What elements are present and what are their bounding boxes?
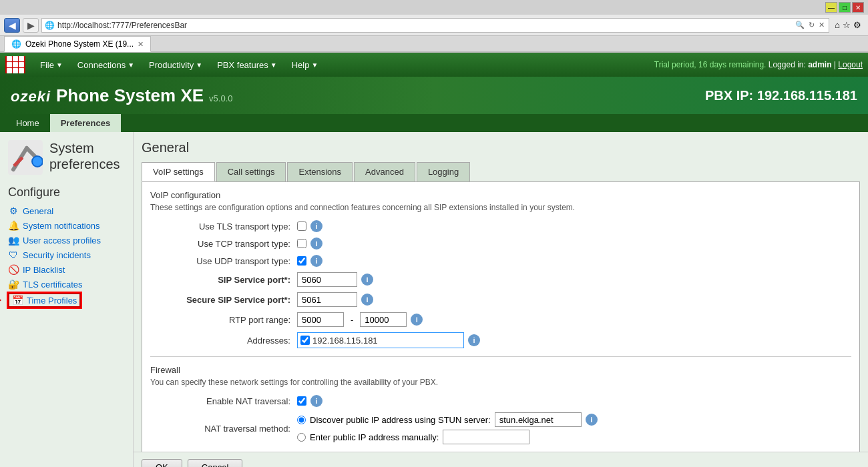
logged-in-user: admin [808,60,831,69]
secure-sip-label: Secure SIP Service port*: [150,295,297,305]
address-close-x[interactable]: ✕ [817,21,826,29]
trial-text: Trial period, 16 days remaining. [654,60,767,69]
address-bar[interactable]: 🌐 http://localhost:7777/PreferencesBar 🔍… [41,18,829,33]
udp-info-icon[interactable]: i [310,255,322,267]
tab-voip-settings[interactable]: VoIP settings [142,162,215,181]
brand-ozeki: ozeki [11,88,51,105]
blacklist-icon: 🚫 [8,264,19,275]
rtp-info-icon[interactable]: i [411,314,423,326]
manual-ip-input[interactable] [443,430,529,444]
time-profiles-icon: 📅 [12,295,23,306]
tab-extensions[interactable]: Extensions [287,162,353,181]
ok-button[interactable]: OK [142,459,182,467]
menu-bar: File ▼ Connections ▼ Productivity ▼ PBX … [0,53,868,77]
stun-server-input[interactable] [495,412,582,427]
sidebar-link-time-profiles[interactable]: 📅 Time Profiles [8,293,81,308]
nat-method-row: NAT traversal method: Discover public IP… [150,412,851,444]
nat-checkbox[interactable] [297,396,306,406]
menu-connections[interactable]: Connections ▼ [71,57,141,73]
rtp-range-row: RTP port range: - i [150,312,851,327]
tls-info-icon[interactable]: i [310,220,322,232]
menu-help[interactable]: Help ▼ [285,57,325,73]
tab-preferences[interactable]: Preferences [50,114,121,132]
sidebar-link-general[interactable]: ⚙ General [8,205,125,217]
cancel-button[interactable]: Cancel [188,459,242,467]
general-icon: ⚙ [8,205,19,216]
tcp-info-icon[interactable]: i [310,238,322,250]
content-area: System preferences Configure ⚙ General 🔔… [0,132,868,467]
tcp-row: Use TCP transport type: i [150,238,851,250]
minimize-button[interactable]: — [825,2,837,13]
tab-logging[interactable]: Logging [417,162,470,181]
app-logo [5,56,25,73]
stun-info-icon[interactable]: i [586,414,598,426]
address-checkbox[interactable] [300,336,310,345]
sidebar-link-security-incidents[interactable]: 🛡 Security incidents [8,249,125,261]
tab-close-button[interactable]: ✕ [138,40,144,49]
tcp-label: Use TCP transport type: [150,239,297,249]
close-button[interactable]: ✕ [852,2,864,13]
voip-section-title: VoIP configuration [150,190,851,200]
browser-tabs: 🌐 Ozeki Phone System XE (19... ✕ [0,36,868,52]
address-search[interactable]: 🔍 [794,21,806,29]
menu-pbx-features[interactable]: PBX features ▼ [210,57,284,73]
sidebar-link-user-access-profiles[interactable]: 👥 User access profiles [8,234,125,246]
tab-call-settings[interactable]: Call settings [216,162,286,181]
tls-row: Use TLS transport type: i [150,220,851,232]
app-container: File ▼ Connections ▼ Productivity ▼ PBX … [0,53,868,467]
rtp-label: RTP port range: [150,315,297,325]
tab-home[interactable]: Home [5,114,50,132]
secure-sip-input[interactable] [297,292,357,307]
maximize-button[interactable]: □ [839,2,851,13]
tab-advanced[interactable]: Advanced [354,162,415,181]
logout-link[interactable]: Logout [838,60,863,69]
stun-radio[interactable] [297,416,306,424]
app-version: v5.0.0 [209,93,232,103]
sidebar-link-tls-certificates[interactable]: 🔐 TLS certificates [8,278,125,290]
home-icon[interactable]: ⌂ [835,20,840,30]
tab-label-active: Ozeki Phone System XE (19... [25,39,134,49]
manual-ip-radio[interactable] [297,433,306,442]
forward-button[interactable]: ▶ [23,18,39,33]
sip-port-row: SIP Service port*: i [150,272,851,287]
secure-sip-info-icon[interactable]: i [361,294,373,306]
udp-row: Use UDP transport type: i [150,255,851,267]
logged-in-label: Logged in: [769,60,808,69]
configure-label: Configure [8,185,125,199]
panel-tabs: VoIP settings Call settings Extensions A… [142,162,860,181]
sip-port-input[interactable] [297,272,357,287]
browser-tab-active[interactable]: 🌐 Ozeki Phone System XE (19... ✕ [4,36,151,52]
address-value: 192.168.115.181 [312,336,461,346]
tls-label: Use TLS transport type: [150,221,297,231]
sidebar-links: ⚙ General 🔔 System notifications 👥 User … [8,205,125,308]
star-icon[interactable]: ☆ [843,20,851,30]
main-panel: General VoIP settings Call settings Exte… [134,132,868,452]
menu-file[interactable]: File ▼ [33,57,69,73]
sidebar-link-system-notifications[interactable]: 🔔 System notifications [8,219,125,231]
sip-port-info-icon[interactable]: i [361,274,373,286]
sidebar-link-ip-blacklist[interactable]: 🚫 IP Blacklist [8,264,125,276]
nat-info-icon[interactable]: i [310,395,322,407]
back-button[interactable]: ◀ [4,18,20,33]
udp-checkbox[interactable] [297,256,306,266]
panel-content: VoIP configuration These settings are co… [142,181,860,452]
address-refresh[interactable]: ↻ [807,21,816,29]
menu-productivity[interactable]: Productivity ▼ [142,57,209,73]
gear-icon[interactable]: ⚙ [853,20,861,30]
rtp-range-end-input[interactable] [360,312,407,327]
secure-sip-row: Secure SIP Service port*: i [150,292,851,307]
addresses-info-icon[interactable]: i [468,334,480,346]
udp-label: Use UDP transport type: [150,256,297,266]
pbx-ip-value: 192.168.115.181 [757,88,857,103]
nav-tabs: Home Preferences [0,114,868,132]
tls-checkbox[interactable] [297,221,306,231]
address-text: http://localhost:7777/PreferencesBar [57,21,794,30]
range-dash: - [351,315,353,325]
menu-right: Trial period, 16 days remaining. Logged … [654,60,863,69]
sidebar-title: System preferences [49,140,125,172]
tcp-checkbox[interactable] [297,239,306,248]
app-header: ozeki Phone System XE v5.0.0 PBX IP: 192… [0,77,868,114]
nat-row: Enable NAT traversal: i [150,395,851,407]
rtp-range-start-input[interactable] [297,312,344,327]
sidebar: System preferences Configure ⚙ General 🔔… [0,132,134,467]
